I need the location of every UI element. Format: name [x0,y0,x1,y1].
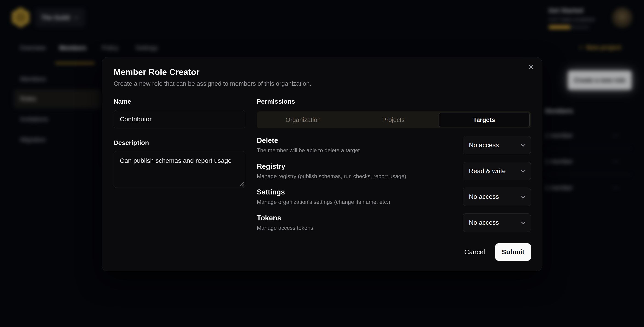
permission-tokens-description: Manage access tokens [257,225,313,231]
chevron-down-icon [521,168,525,172]
permissions-tablist: Organization Projects Targets [257,111,531,128]
permissions-label: Permissions [257,98,295,105]
chevron-down-icon [521,194,525,198]
app-window: The Guild Get Started 4 of 7 tasks compl… [0,0,644,327]
role-name-input[interactable] [114,110,245,128]
permissions-tab-targets[interactable]: Targets [438,113,530,127]
permission-tokens-title: Tokens [257,214,281,222]
permission-tokens-value: No access [469,219,522,226]
cancel-button[interactable]: Cancel [459,245,490,259]
permission-registry-value: Read & write [469,167,522,175]
chevron-down-icon [521,220,525,224]
dialog-title: Member Role Creator [114,67,200,77]
submit-button[interactable]: Submit [495,243,531,261]
permission-settings-description: Manage organization's settings (change i… [257,199,390,205]
description-label: Description [114,139,149,147]
dialog-subtitle: Create a new role that can be assigned t… [114,80,311,87]
close-icon[interactable]: ✕ [528,63,534,71]
permission-tokens-select[interactable]: No access [463,214,531,232]
permission-delete-description: The member will be able to delete a targ… [257,147,360,154]
member-role-creator-dialog: Member Role Creator Create a new role th… [102,57,542,271]
permission-delete-title: Delete [257,136,278,145]
permission-settings-title: Settings [257,188,285,196]
permission-delete-value: No access [469,141,522,149]
name-label: Name [114,98,131,105]
permission-registry-title: Registry [257,162,285,171]
permission-settings-value: No access [469,193,522,200]
permissions-tab-projects[interactable]: Projects [348,113,438,127]
role-description-field: Can publish schemas and report usage [114,151,245,188]
permission-settings-select[interactable]: No access [463,188,531,206]
permissions-tab-organization[interactable]: Organization [258,113,348,127]
permission-registry-select[interactable]: Read & write [463,162,531,180]
chevron-down-icon [521,142,525,147]
permission-delete-select[interactable]: No access [463,136,531,154]
role-description-input[interactable]: Can publish schemas and report usage [114,151,245,188]
permission-registry-description: Manage registry (publish schemas, run ch… [257,173,406,180]
